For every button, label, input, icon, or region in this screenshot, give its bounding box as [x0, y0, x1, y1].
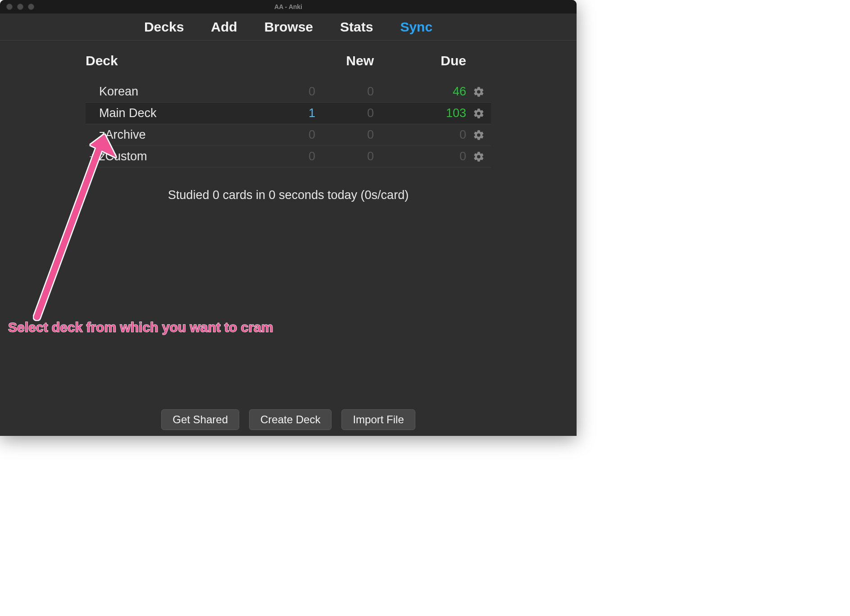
nav-add[interactable]: Add [211, 19, 237, 35]
deck-name[interactable]: zArchive [99, 128, 257, 142]
content-area: Deck New Due Korean0046Main Deck10103zAr… [0, 41, 577, 202]
deck-learn-count: 0 [315, 128, 374, 142]
deck-name[interactable]: Korean [99, 85, 257, 99]
annotation-text: Select deck from which you want to cram [8, 320, 273, 335]
header-due: Due [374, 53, 491, 68]
create-deck-button[interactable]: Create Deck [249, 409, 332, 430]
deck-row[interactable]: Main Deck10103 [86, 103, 491, 124]
header-deck: Deck [86, 53, 315, 68]
deck-new-count: 0 [257, 149, 315, 163]
deck-rows: Korean0046Main Deck10103zArchive000+zCus… [86, 81, 491, 168]
deck-learn-count: 0 [315, 85, 374, 99]
titlebar: AA - Anki [0, 0, 577, 14]
top-nav: Decks Add Browse Stats Sync [0, 14, 577, 41]
deck-row[interactable]: Korean0046 [86, 81, 491, 103]
window-title: AA - Anki [0, 3, 577, 10]
deck-options-gear[interactable] [466, 129, 491, 141]
studied-summary: Studied 0 cards in 0 seconds today (0s/c… [86, 188, 491, 202]
expand-toggle[interactable]: + [86, 150, 99, 163]
deck-row[interactable]: zArchive000 [86, 124, 491, 146]
deck-learn-count: 0 [315, 149, 374, 163]
deck-due-count: 0 [374, 128, 466, 142]
deck-row[interactable]: +zCustom000 [86, 146, 491, 168]
nav-stats[interactable]: Stats [340, 19, 373, 35]
nav-decks[interactable]: Decks [144, 19, 184, 35]
gear-icon[interactable] [473, 87, 485, 95]
deck-new-count: 1 [257, 106, 315, 120]
bottom-bar: Get Shared Create Deck Import File [0, 403, 577, 436]
nav-browse[interactable]: Browse [264, 19, 313, 35]
get-shared-button[interactable]: Get Shared [161, 409, 239, 430]
gear-icon[interactable] [473, 131, 485, 138]
deck-new-count: 0 [257, 85, 315, 99]
deck-options-gear[interactable] [466, 86, 491, 98]
deck-options-gear[interactable] [466, 151, 491, 163]
gear-icon[interactable] [473, 152, 485, 160]
header-new: New [315, 53, 374, 68]
deck-name[interactable]: Main Deck [99, 106, 257, 120]
deck-due-count: 0 [374, 149, 466, 163]
deck-due-count: 103 [374, 106, 466, 120]
deck-list-header: Deck New Due [86, 41, 491, 81]
deck-learn-count: 0 [315, 106, 374, 120]
deck-list-area: Deck New Due Korean0046Main Deck10103zAr… [86, 41, 491, 202]
deck-new-count: 0 [257, 128, 315, 142]
deck-name[interactable]: zCustom [99, 149, 257, 163]
gear-icon[interactable] [473, 109, 485, 117]
import-file-button[interactable]: Import File [341, 409, 415, 430]
deck-options-gear[interactable] [466, 108, 491, 119]
anki-window: AA - Anki Decks Add Browse Stats Sync De… [0, 0, 577, 436]
deck-due-count: 46 [374, 85, 466, 99]
nav-sync[interactable]: Sync [400, 19, 432, 35]
